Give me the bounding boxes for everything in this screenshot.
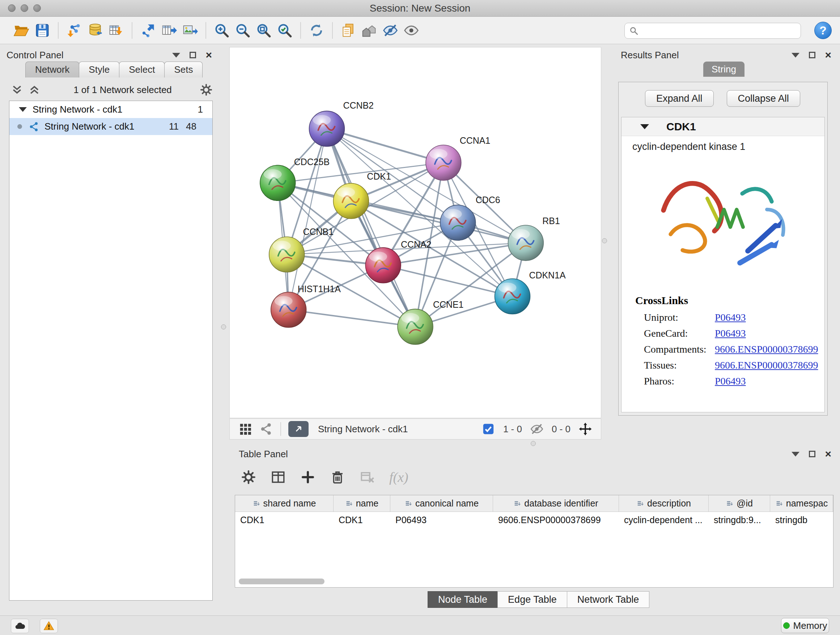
network-row-selected[interactable]: String Network - cdk1 11 48 — [9, 118, 212, 135]
delete-column-trash-icon[interactable] — [330, 470, 345, 485]
zoom-window-button[interactable] — [33, 4, 41, 12]
cell-shared-name[interactable]: CDK1 — [235, 512, 333, 529]
network-collection-row[interactable]: String Network - cdk1 1 — [9, 101, 212, 118]
selected-nodes-checkbox-icon[interactable] — [482, 422, 495, 436]
crosslink-row: Compartments: 9606.ENSP00000378699 — [622, 341, 824, 357]
tree-expand-icon[interactable] — [19, 107, 27, 112]
help-button[interactable]: ? — [814, 22, 832, 39]
maximize-panel-icon[interactable] — [809, 52, 815, 58]
svg-text:CCNB2: CCNB2 — [343, 100, 374, 111]
table-row[interactable]: CDK1 CDK1 P06493 9606.ENSP00000378699 cy… — [235, 512, 833, 529]
crosslink-tissues-link[interactable]: 9606.ENSP00000378699 — [715, 359, 818, 371]
string-results-box: Expand All Collapse All CDK1 cyclin-depe… — [618, 82, 828, 416]
column-header[interactable]: database identifier — [493, 495, 619, 511]
tab-network[interactable]: Network — [25, 62, 79, 78]
horizontal-scrollbar[interactable] — [239, 578, 325, 584]
network-options-gear-icon[interactable] — [200, 83, 213, 96]
zoom-selected-button[interactable] — [274, 20, 295, 41]
refresh-layout-button[interactable] — [306, 20, 327, 41]
export-network-button[interactable] — [137, 20, 158, 41]
show-columns-icon[interactable] — [271, 470, 286, 485]
warnings-button[interactable] — [40, 619, 58, 633]
search-icon — [629, 26, 638, 35]
export-image-button[interactable] — [180, 20, 201, 41]
cell-canonical-name[interactable]: P06493 — [390, 512, 493, 529]
hidden-edges-eye-icon[interactable] — [530, 422, 544, 436]
memory-button[interactable]: Memory — [781, 618, 829, 633]
tab-sets[interactable]: Sets — [164, 62, 202, 78]
network-list-toolbar: 1 of 1 Network selected — [11, 81, 213, 98]
cell-id[interactable]: stringdb:9... — [709, 512, 770, 529]
network-icon — [28, 121, 39, 132]
create-column-icon[interactable] — [300, 470, 316, 485]
import-network-database-button[interactable] — [85, 20, 106, 41]
close-button[interactable] — [8, 4, 16, 12]
welcome-screen-button[interactable] — [359, 20, 380, 41]
crosslink-uniprot-link[interactable]: P06493 — [715, 312, 746, 323]
collapse-panel-icon[interactable] — [172, 53, 180, 57]
move-icon[interactable] — [578, 422, 592, 436]
crosslink-pharos-link[interactable]: P06493 — [715, 375, 746, 387]
svg-text:CCNB1: CCNB1 — [303, 226, 334, 237]
crosslink-compartments-link[interactable]: 9606.ENSP00000378699 — [715, 344, 818, 355]
export-network-icon — [140, 22, 156, 38]
zoom-out-button[interactable] — [232, 20, 253, 41]
save-session-button[interactable] — [32, 20, 53, 41]
expand-all-icon[interactable] — [28, 84, 41, 96]
network-graph[interactable]: CCNB2CCNA1CDC25BCDK1CDC6RB1CCNB1CCNA2CDK… — [230, 48, 601, 418]
maximize-panel-icon[interactable] — [809, 451, 815, 457]
zoom-fit-button[interactable] — [253, 20, 274, 41]
hide-graphics-details-button[interactable] — [380, 20, 401, 41]
close-panel-icon[interactable]: × — [825, 50, 831, 60]
import-table-button[interactable] — [106, 20, 126, 41]
column-header[interactable]: namespac — [770, 495, 833, 511]
tab-style[interactable]: Style — [79, 62, 119, 78]
export-table-button[interactable] — [158, 20, 180, 41]
column-header[interactable]: name — [333, 495, 390, 511]
cloud-status-button[interactable] — [11, 619, 29, 633]
cell-namespace[interactable]: stringdb — [770, 512, 833, 529]
column-header[interactable]: shared name — [235, 495, 333, 511]
collapse-panel-icon[interactable] — [791, 452, 799, 456]
network-canvas[interactable]: CCNB2CCNA1CDC25BCDK1CDC6RB1CCNB1CCNA2CDK… — [229, 47, 601, 418]
collapse-all-icon[interactable] — [11, 84, 23, 96]
cell-description[interactable]: cyclin-dependent ... — [619, 512, 709, 529]
column-header[interactable]: description — [619, 495, 709, 511]
collapse-all-button[interactable]: Collapse All — [727, 90, 800, 107]
tab-node-table[interactable]: Node Table — [428, 591, 498, 608]
column-header[interactable]: @id — [709, 495, 770, 511]
close-panel-icon[interactable]: × — [825, 448, 831, 459]
collapse-panel-icon[interactable] — [791, 53, 799, 57]
cell-database-identifier[interactable]: 9606.ENSP00000378699 — [493, 512, 619, 529]
sort-icon — [253, 500, 261, 508]
column-header[interactable]: canonical name — [390, 495, 493, 511]
network-overview-icon[interactable] — [259, 422, 273, 436]
tab-network-table[interactable]: Network Table — [567, 591, 650, 608]
tab-string[interactable]: String — [703, 62, 745, 77]
maximize-panel-icon[interactable] — [189, 52, 196, 58]
copy-document-button[interactable] — [338, 20, 359, 41]
splitter-handle[interactable] — [531, 441, 536, 446]
import-network-file-button[interactable] — [64, 20, 85, 41]
show-graphics-details-button[interactable] — [401, 20, 422, 41]
splitter-handle[interactable] — [602, 238, 607, 243]
search-input[interactable] — [642, 25, 796, 37]
splitter-handle[interactable] — [221, 325, 226, 329]
export-table-icon — [161, 22, 177, 38]
tab-edge-table[interactable]: Edge Table — [497, 591, 567, 608]
cell-name[interactable]: CDK1 — [333, 512, 390, 529]
crosslink-genecard-link[interactable]: P06493 — [715, 328, 746, 339]
svg-text:HIST1H1A: HIST1H1A — [298, 284, 341, 294]
detach-view-button[interactable] — [288, 421, 309, 437]
tab-select[interactable]: Select — [119, 62, 164, 78]
gene-description: cyclin-dependent kinase 1 — [622, 136, 824, 152]
grid-view-icon[interactable] — [238, 422, 252, 436]
zoom-in-button[interactable] — [211, 20, 232, 41]
close-panel-icon[interactable]: × — [205, 50, 212, 60]
collapse-section-icon[interactable] — [640, 124, 649, 129]
minimize-button[interactable] — [21, 4, 28, 12]
table-settings-gear-icon[interactable] — [241, 470, 256, 485]
expand-all-button[interactable]: Expand All — [645, 90, 714, 107]
open-session-button[interactable] — [11, 20, 32, 41]
gene-section-header[interactable]: CDK1 — [622, 117, 824, 136]
